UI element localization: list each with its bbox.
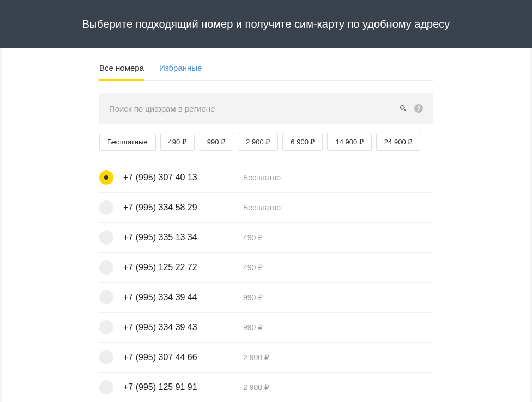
- filter-pill[interactable]: 2 900 ₽: [238, 133, 278, 151]
- help-icon[interactable]: ?: [414, 104, 423, 113]
- phone-number: +7 (995) 334 39 43: [123, 322, 243, 332]
- tabs: Все номера Избранные: [99, 58, 433, 81]
- radio-button[interactable]: [99, 230, 113, 245]
- radio-button[interactable]: [99, 320, 113, 334]
- filter-pill[interactable]: 490 ₽: [160, 133, 195, 151]
- phone-number: +7 (995) 125 22 72: [123, 263, 243, 272]
- price-label: 490 ₽: [243, 263, 263, 272]
- search-icon[interactable]: [399, 104, 408, 113]
- price-label: 990 ₽: [243, 293, 263, 302]
- price-filters: Бесплатные490 ₽990 ₽2 900 ₽6 900 ₽14 900…: [99, 133, 433, 151]
- filter-pill[interactable]: 990 ₽: [199, 133, 233, 151]
- phone-number: +7 (995) 335 13 34: [123, 233, 243, 242]
- filter-pill[interactable]: 6 900 ₽: [282, 133, 323, 151]
- radio-button[interactable]: [99, 350, 113, 364]
- radio-button[interactable]: [99, 380, 113, 394]
- price-label: 490 ₽: [243, 233, 263, 242]
- tab-favorites[interactable]: Избранные: [159, 58, 202, 80]
- price-label: 2 900 ₽: [243, 383, 269, 392]
- main-panel: Все номера Избранные ? Бесплатные490 ₽99…: [2, 48, 530, 402]
- content-wrap: Все номера Избранные ? Бесплатные490 ₽99…: [99, 48, 433, 402]
- filter-pill[interactable]: 24 900 ₽: [376, 133, 420, 151]
- search-icons: ?: [399, 104, 423, 113]
- number-row[interactable]: +7 (995) 335 13 34490 ₽: [99, 223, 433, 253]
- tab-all-numbers[interactable]: Все номера: [99, 58, 144, 80]
- number-row[interactable]: +7 (995) 334 39 43990 ₽: [99, 313, 433, 343]
- price-label: Бесплатно: [243, 203, 281, 212]
- number-row[interactable]: +7 (995) 125 22 72490 ₽: [99, 253, 433, 283]
- phone-number: +7 (995) 334 58 29: [123, 203, 243, 212]
- number-row[interactable]: +7 (995) 334 39 44990 ₽: [99, 283, 433, 313]
- filter-pill[interactable]: Бесплатные: [99, 133, 156, 151]
- number-list: +7 (995) 307 40 13Бесплатно+7 (995) 334 …: [99, 167, 433, 402]
- number-row[interactable]: +7 (995) 307 44 662 900 ₽: [99, 343, 433, 373]
- price-label: 990 ₽: [243, 323, 263, 332]
- phone-number: +7 (995) 125 91 91: [123, 382, 243, 392]
- number-row[interactable]: +7 (995) 307 40 13Бесплатно: [99, 167, 433, 193]
- radio-button[interactable]: [99, 260, 113, 275]
- search-input[interactable]: [109, 104, 399, 113]
- hero-banner: Выберите подходящий номер и получите сим…: [0, 0, 532, 48]
- radio-button[interactable]: [99, 170, 113, 185]
- radio-button[interactable]: [99, 200, 113, 215]
- filter-pill[interactable]: 14 900 ₽: [327, 133, 371, 151]
- price-label: 2 900 ₽: [243, 353, 269, 362]
- phone-number: +7 (995) 334 39 44: [123, 293, 243, 302]
- phone-number: +7 (995) 307 44 66: [123, 352, 243, 362]
- phone-number: +7 (995) 307 40 13: [123, 173, 243, 182]
- search-bar: ?: [99, 93, 433, 124]
- number-row[interactable]: +7 (995) 125 91 912 900 ₽: [99, 373, 433, 402]
- radio-button[interactable]: [99, 290, 113, 304]
- number-row[interactable]: +7 (995) 334 58 29Бесплатно: [99, 193, 433, 223]
- price-label: Бесплатно: [243, 173, 281, 182]
- hero-title: Выберите подходящий номер и получите сим…: [82, 18, 450, 31]
